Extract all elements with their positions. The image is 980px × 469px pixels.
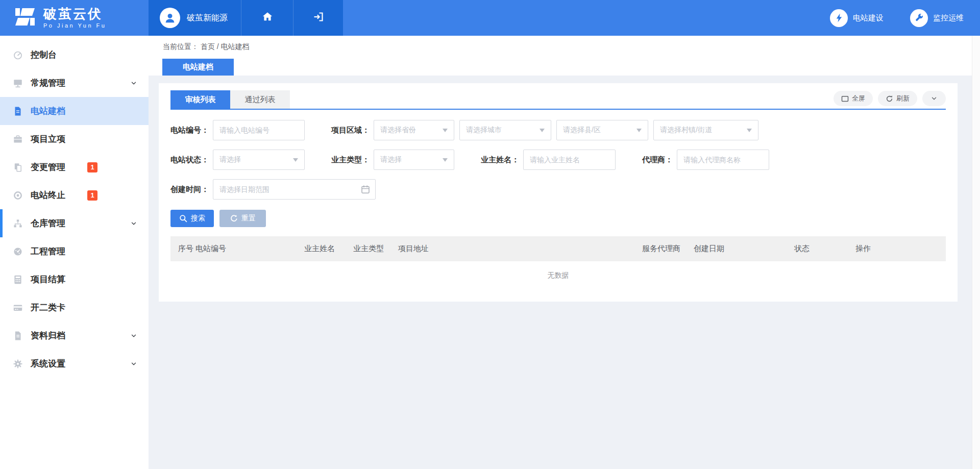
date-range-input[interactable]: [213, 179, 376, 200]
breadcrumb: 当前位置： 首页 / 电站建档: [149, 36, 980, 52]
field-region: 项目区域： 请选择省份 请选择城市 请选择县/区: [331, 120, 758, 140]
fullscreen-icon: [841, 95, 849, 103]
agent-input[interactable]: [677, 150, 769, 170]
city-select[interactable]: 请选择城市: [459, 120, 551, 140]
nav-label: 监控运维: [933, 13, 964, 23]
region-label: 项目区域：: [331, 126, 370, 135]
notification-badge: 1: [87, 162, 97, 172]
field-owner-name: 业主姓名：: [481, 150, 616, 170]
select-placeholder: 请选择村镇/街道: [660, 126, 712, 135]
col-operation: 操作: [855, 244, 946, 254]
sidebar-item-general-mgmt[interactable]: 常规管理: [0, 69, 149, 97]
scrollbar-track[interactable]: [972, 36, 980, 469]
brand-subtitle: Po Jian Yun Fu: [43, 22, 106, 29]
col-status: 状态: [794, 244, 855, 254]
brand-logo-icon: [13, 7, 37, 29]
breadcrumb-strip: 当前位置： 首页 / 电站建档 电站建档: [149, 36, 980, 76]
sidebar-item-warehouse-mgmt[interactable]: 仓库管理: [0, 209, 149, 237]
sidebar-item-open-type2-card[interactable]: 开二类卡: [0, 293, 149, 322]
breadcrumb-label: 当前位置：: [163, 42, 199, 51]
sidebar-item-station-termination[interactable]: 电站终止 1: [0, 181, 149, 209]
caret-down-icon: [636, 129, 642, 135]
sidebar-item-system-settings[interactable]: 系统设置: [0, 350, 149, 378]
tab-review-list[interactable]: 审核列表: [170, 90, 230, 109]
tab-approved-list[interactable]: 通过列表: [230, 90, 290, 109]
refresh-button[interactable]: 刷新: [878, 91, 917, 106]
select-placeholder: 请选择: [219, 155, 241, 164]
caret-down-icon: [443, 158, 448, 164]
search-button[interactable]: 搜索: [170, 210, 214, 227]
header-middle: 破茧新能源: [149, 0, 343, 36]
field-station-status: 电站状态： 请选择: [170, 150, 305, 170]
station-no-input[interactable]: [213, 120, 305, 140]
nav-station-construction[interactable]: 电站建设: [830, 9, 884, 27]
home-icon: [261, 11, 274, 25]
station-status-select[interactable]: 请选择: [213, 150, 305, 170]
filter-row-3: 创建时间：: [170, 179, 946, 200]
nav-monitoring-ops[interactable]: 监控运维: [910, 9, 964, 27]
fullscreen-label: 全屏: [852, 94, 865, 103]
sidebar-item-project-initiation[interactable]: 项目立项: [0, 125, 149, 153]
home-button[interactable]: [241, 0, 293, 36]
col-serial: 序号: [178, 244, 195, 254]
logout-button[interactable]: [293, 0, 343, 36]
date-range-picker[interactable]: [213, 179, 376, 200]
notification-badge: 1: [87, 190, 97, 201]
content-panel: 审核列表 通过列表 全屏 刷新: [159, 83, 958, 302]
pages-icon: [13, 162, 23, 172]
user-menu[interactable]: 破茧新能源: [149, 0, 241, 36]
results-table: 序号 电站编号 业主姓名 业主类型 项目地址 服务代理商 创建日期 状态 操作 …: [170, 236, 946, 289]
sidebar-item-engineering-mgmt[interactable]: 工程管理: [0, 237, 149, 265]
page-tab-station-archive[interactable]: 电站建档: [162, 59, 234, 76]
owner-name-label: 业主姓名：: [481, 155, 519, 165]
archive-icon: [13, 331, 23, 341]
sidebar-item-label: 电站终止: [31, 189, 65, 201]
owner-name-input[interactable]: [523, 150, 616, 170]
sidebar-item-label: 项目结算: [31, 274, 65, 285]
field-station-no: 电站编号：: [170, 120, 305, 140]
refresh-icon: [886, 95, 893, 103]
village-select[interactable]: 请选择村镇/街道: [653, 120, 758, 140]
top-header: 破茧云伏 Po Jian Yun Fu 破茧新能源: [0, 0, 980, 36]
gauge-icon: [13, 246, 23, 257]
select-placeholder: 请选择城市: [466, 126, 502, 135]
sidebar-item-label: 控制台: [31, 49, 57, 61]
filter-actions: 搜索 重置: [170, 210, 946, 227]
sidebar-item-change-mgmt[interactable]: 变更管理 1: [0, 153, 149, 181]
reset-icon: [230, 214, 238, 223]
reset-button[interactable]: 重置: [219, 210, 266, 227]
created-time-label: 创建时间：: [170, 185, 209, 194]
sidebar-item-label: 变更管理: [31, 161, 65, 173]
collapse-button[interactable]: [922, 91, 946, 106]
station-status-label: 电站状态：: [170, 155, 209, 165]
owner-type-select[interactable]: 请选择: [374, 150, 454, 170]
wrench-icon: [910, 9, 928, 27]
select-placeholder: 请选择: [380, 155, 402, 164]
dashboard-icon: [13, 50, 23, 60]
breadcrumb-home-link[interactable]: 首页: [201, 42, 215, 51]
sidebar-item-project-settlement[interactable]: 项目结算: [0, 265, 149, 293]
sidebar-item-station-archive[interactable]: 电站建档: [0, 97, 149, 125]
sidebar-item-console[interactable]: 控制台: [0, 41, 149, 69]
province-select[interactable]: 请选择省份: [374, 120, 454, 140]
chevron-down-icon: [130, 220, 137, 227]
col-service-agent: 服务代理商: [642, 244, 694, 254]
chevron-down-icon: [130, 332, 137, 339]
caret-down-icon: [293, 158, 298, 164]
sidebar-item-label: 电站建档: [31, 105, 65, 117]
fullscreen-button[interactable]: 全屏: [834, 91, 873, 106]
sidebar-item-label: 常规管理: [31, 77, 65, 89]
search-icon: [179, 214, 187, 223]
main-content: 当前位置： 首页 / 电站建档 电站建档 审核列表 通过列表 全屏: [149, 36, 980, 469]
refresh-label: 刷新: [896, 94, 910, 103]
calendar-icon: [361, 185, 370, 194]
sign-in-icon: [312, 11, 325, 25]
county-select[interactable]: 请选择县/区: [556, 120, 648, 140]
agent-label: 代理商：: [642, 155, 673, 165]
sidebar-item-label: 开二类卡: [31, 302, 65, 313]
calculator-icon: [13, 275, 23, 285]
col-owner-type: 业主类型: [353, 244, 398, 254]
sitemap-icon: [13, 218, 23, 229]
header-right-nav: 电站建设 监控运维: [343, 0, 980, 36]
sidebar-item-data-archive[interactable]: 资料归档: [0, 322, 149, 350]
